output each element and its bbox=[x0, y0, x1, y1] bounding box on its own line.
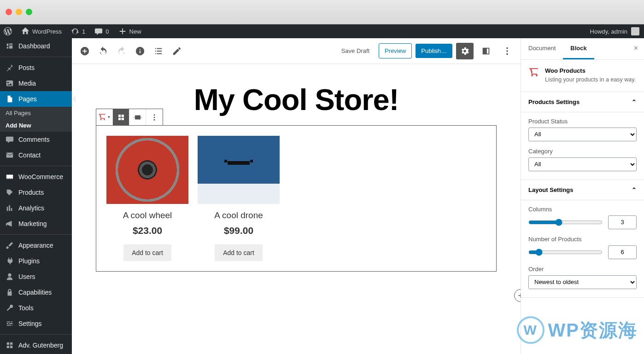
submenu-all-pages[interactable]: All Pages bbox=[0, 107, 72, 119]
menu-label: Products bbox=[18, 189, 44, 196]
inspector-tabs: Document Block ✕ bbox=[521, 38, 644, 60]
settings-sidebar: Document Block ✕ Woo Products Listing yo… bbox=[521, 38, 644, 354]
fullscreen-window-button[interactable] bbox=[26, 9, 32, 15]
menu-adv-gutenberg[interactable]: Adv. Gutenberg bbox=[0, 337, 72, 353]
site-name: WordPress bbox=[32, 28, 62, 35]
panel-layout-settings[interactable]: Layout Settings ⌃ bbox=[521, 180, 644, 200]
user-icon bbox=[6, 273, 14, 281]
site-link[interactable]: WordPress bbox=[18, 24, 65, 38]
save-draft-button[interactable]: Save Draft bbox=[336, 44, 375, 58]
menu-plugins[interactable]: Plugins bbox=[0, 253, 72, 269]
menu-settings[interactable]: Settings bbox=[0, 316, 72, 331]
publish-button[interactable]: Publish… bbox=[416, 44, 452, 58]
info-button[interactable] bbox=[132, 43, 148, 59]
comments-link[interactable]: 0 bbox=[91, 24, 112, 38]
columns-slider[interactable] bbox=[528, 219, 603, 226]
category-select[interactable]: All bbox=[528, 157, 637, 171]
columns-input[interactable] bbox=[608, 215, 637, 229]
cart-icon bbox=[98, 113, 106, 122]
updates-link[interactable]: 1 bbox=[67, 24, 89, 38]
more-options[interactable] bbox=[498, 43, 516, 59]
add-to-cart-button[interactable]: Add to cart bbox=[123, 244, 171, 261]
grid-view-button[interactable] bbox=[113, 109, 129, 125]
pin-icon bbox=[6, 64, 14, 72]
chart-icon bbox=[6, 204, 14, 212]
menu-woocommerce[interactable]: WooCommerce bbox=[0, 169, 72, 185]
menu-dashboard[interactable]: Dashboard bbox=[0, 38, 72, 54]
jetpack-toggle[interactable] bbox=[477, 43, 495, 59]
redo-button[interactable] bbox=[113, 43, 130, 59]
block-icon bbox=[6, 341, 14, 349]
plug-icon bbox=[6, 257, 14, 265]
menu-marketing[interactable]: Marketing bbox=[0, 216, 72, 232]
outline-button[interactable] bbox=[150, 43, 167, 59]
block-more-button[interactable] bbox=[146, 109, 163, 125]
edit-mode-button[interactable] bbox=[169, 43, 185, 59]
menu-label: Contact bbox=[18, 151, 41, 159]
block-type-selector[interactable]: ▼ bbox=[96, 109, 113, 125]
user-avatar[interactable] bbox=[631, 27, 639, 35]
menu-pages[interactable]: Pages bbox=[0, 91, 72, 107]
comment-icon bbox=[94, 27, 103, 35]
woo-products-block[interactable]: ▼ A cool wheel $23.00 Add to cart bbox=[96, 125, 497, 272]
redo-icon bbox=[117, 46, 127, 56]
menu-capabilities[interactable]: Capabilities bbox=[0, 284, 72, 300]
editor-canvas[interactable]: My Cool Store! ▼ A cool wheel $23.00 bbox=[72, 64, 521, 354]
wp-logo-menu[interactable] bbox=[0, 24, 16, 38]
list-icon bbox=[153, 46, 164, 56]
close-window-button[interactable] bbox=[6, 9, 12, 15]
info-icon bbox=[135, 46, 145, 56]
woo-icon bbox=[6, 173, 14, 181]
product-status-select[interactable]: All bbox=[528, 128, 637, 141]
menu-comments[interactable]: Comments bbox=[0, 132, 72, 147]
menu-analytics[interactable]: Analytics bbox=[0, 200, 72, 216]
close-inspector-button[interactable]: ✕ bbox=[628, 38, 644, 59]
preview-button[interactable]: Preview bbox=[379, 43, 412, 58]
product-name: A cool drone bbox=[198, 210, 280, 221]
admin-sidebar: Dashboard Posts Media Pages All Pages Ad… bbox=[0, 38, 72, 354]
num-products-input[interactable] bbox=[608, 245, 637, 259]
tab-block[interactable]: Block bbox=[563, 38, 594, 59]
svg-point-2 bbox=[506, 53, 508, 55]
product-image bbox=[106, 136, 188, 204]
tab-document[interactable]: Document bbox=[521, 38, 563, 59]
order-select[interactable]: Newest to oldest bbox=[528, 275, 637, 289]
refresh-icon bbox=[71, 27, 79, 35]
menu-users[interactable]: Users bbox=[0, 269, 72, 284]
undo-icon bbox=[98, 46, 108, 56]
menu-label: Plugins bbox=[18, 257, 40, 265]
new-label: New bbox=[129, 28, 141, 35]
howdy-text[interactable]: Howdy, admin bbox=[590, 28, 627, 35]
new-content-link[interactable]: New bbox=[115, 24, 145, 38]
menu-posts[interactable]: Posts bbox=[0, 60, 72, 75]
products-grid: A cool wheel $23.00 Add to cart A cool d… bbox=[96, 126, 496, 271]
lock-icon bbox=[6, 288, 14, 296]
columns-label: Columns bbox=[528, 206, 637, 213]
panel-products-settings[interactable]: Products Settings ⌃ bbox=[521, 92, 644, 112]
num-products-slider[interactable] bbox=[528, 249, 603, 256]
menu-tools[interactable]: Tools bbox=[0, 300, 72, 316]
products-icon bbox=[6, 188, 14, 197]
submenu-add-new[interactable]: Add New bbox=[0, 119, 72, 132]
grid-icon bbox=[117, 113, 125, 122]
undo-button[interactable] bbox=[95, 43, 111, 59]
menu-media[interactable]: Media bbox=[0, 75, 72, 91]
add-to-cart-button[interactable]: Add to cart bbox=[215, 244, 263, 261]
panel-title: Layout Settings bbox=[528, 186, 574, 193]
menu-appearance[interactable]: Appearance bbox=[0, 238, 72, 253]
slider-view-button[interactable] bbox=[129, 109, 146, 125]
add-block-inline-button[interactable] bbox=[514, 289, 521, 302]
gear-icon bbox=[460, 46, 470, 56]
wrench-icon bbox=[6, 304, 14, 312]
block-description: Woo Products Listing your products in a … bbox=[521, 60, 644, 92]
menu-products[interactable]: Products bbox=[0, 185, 72, 200]
svg-point-1 bbox=[506, 50, 508, 52]
add-block-button[interactable] bbox=[76, 43, 93, 59]
product-image bbox=[198, 136, 280, 204]
menu-label: Capabilities bbox=[18, 289, 52, 296]
minimize-window-button[interactable] bbox=[16, 9, 22, 15]
wordpress-icon bbox=[4, 27, 12, 35]
product-price: $99.00 bbox=[198, 225, 280, 236]
menu-contact[interactable]: Contact bbox=[0, 147, 72, 163]
settings-toggle[interactable] bbox=[456, 43, 474, 59]
